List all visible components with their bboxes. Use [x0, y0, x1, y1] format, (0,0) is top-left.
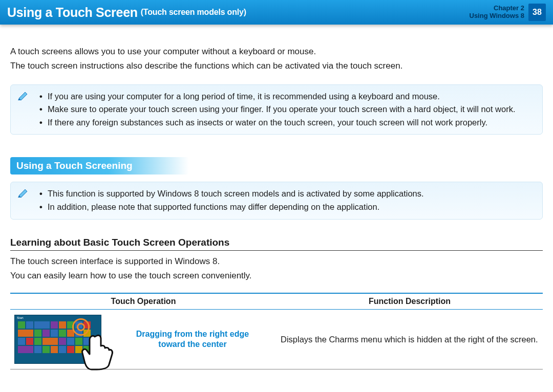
chapter-line1: Chapter 2 — [470, 5, 525, 12]
header-right: Chapter 2 Using Windows 8 38 — [470, 4, 546, 21]
chapter-label: Chapter 2 Using Windows 8 — [470, 5, 525, 20]
note-box-1: If you are using your computer for a lon… — [10, 84, 543, 135]
page-title: Using a Touch Screen — [7, 5, 138, 20]
th-description: Function Description — [276, 293, 543, 310]
chapter-line2: Using Windows 8 — [470, 12, 525, 20]
start-screen-thumbnail: Start — [14, 315, 101, 364]
cell-operation: Start — [10, 310, 276, 369]
th-operation: Touch Operation — [10, 293, 276, 310]
cell-description: Displays the Charms menu which is hidden… — [276, 310, 543, 369]
subsection-title: Learning about Basic Touch Screen Operat… — [10, 237, 543, 251]
intro-p1: A touch screens allows you to use your c… — [10, 45, 543, 58]
op-label-line2: toward the center — [113, 339, 272, 350]
op-label-line1: Dragging from the right edge — [113, 329, 272, 339]
note2-item: This function is supported by Windows 8 … — [39, 187, 535, 201]
page-subtitle: (Touch screen models only) — [141, 8, 246, 17]
subsection-p2: You can easily learn how to use the touc… — [10, 269, 543, 282]
note-icon — [18, 187, 30, 200]
section-title: Using a Touch Screening — [10, 157, 189, 175]
note-icon — [18, 90, 30, 102]
note1-item: Make sure to operate your touch screen u… — [39, 103, 535, 116]
page-header: Using a Touch Screen (Touch screen model… — [0, 0, 553, 25]
note2-item: In addition, please note that supported … — [39, 201, 535, 214]
operation-label: Dragging from the right edge toward the … — [113, 329, 272, 350]
intro-block: A touch screens allows you to use your c… — [10, 45, 543, 73]
note1-item: If you are using your computer for a lon… — [39, 90, 535, 103]
touch-operations-table: Touch Operation Function Description Sta… — [10, 293, 543, 369]
note-box-2: This function is supported by Windows 8 … — [10, 182, 543, 219]
note1-item: If there any foreign substances such as … — [39, 116, 535, 129]
subsection-p1: The touch screen interface is supported … — [10, 255, 543, 268]
content-area: A touch screens allows you to use your c… — [0, 25, 553, 369]
page-number-badge: 38 — [528, 4, 546, 21]
hand-icon — [76, 330, 117, 371]
table-row: Start — [10, 310, 543, 369]
intro-p2: The touch screen instructions also descr… — [10, 59, 543, 73]
